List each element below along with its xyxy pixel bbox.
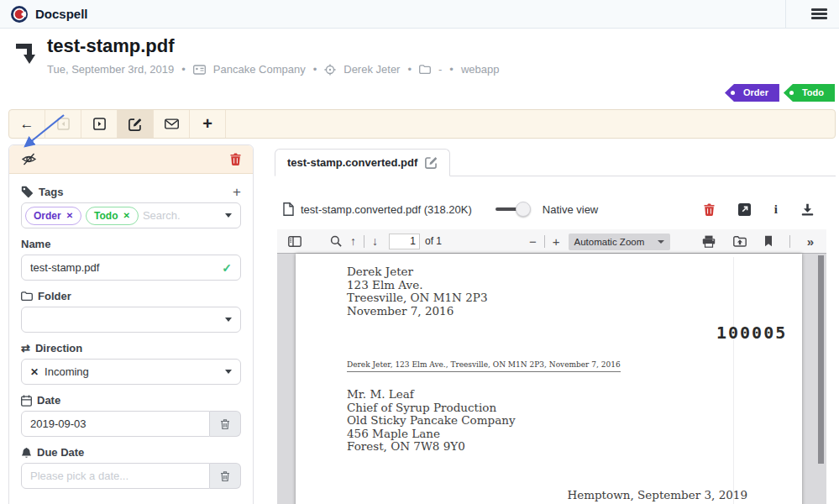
print-icon[interactable] <box>698 235 720 248</box>
info-icon[interactable]: i <box>774 202 778 217</box>
more-tools-icon[interactable]: » <box>803 234 818 249</box>
next-page-icon[interactable]: ↓ <box>368 234 382 248</box>
stamp-number: 100005 <box>716 323 787 343</box>
direction-select[interactable]: ✕ Incoming <box>21 359 241 385</box>
folder-icon <box>419 65 431 74</box>
folder-icon <box>21 291 33 301</box>
level-down-icon <box>13 39 37 76</box>
open-file-icon[interactable] <box>729 236 751 247</box>
edit-item-button[interactable] <box>118 110 154 138</box>
page-count-label: of 1 <box>425 235 442 247</box>
remove-tag-icon[interactable]: ✕ <box>123 211 130 220</box>
pdf-scrollbar-thumb[interactable] <box>818 255 824 464</box>
correspondent-person: Derek Jeter <box>343 63 400 76</box>
menu-icon[interactable] <box>811 6 827 21</box>
delete-item-icon[interactable] <box>230 153 241 165</box>
tags-multiselect[interactable]: Order ✕ Todo ✕ Search. <box>21 202 241 228</box>
zoom-out-icon[interactable]: − <box>525 234 541 249</box>
zoom-level-select[interactable]: Automatic Zoom <box>569 234 671 250</box>
x-mark-icon: ✕ <box>30 366 39 378</box>
date-input[interactable] <box>30 417 201 430</box>
edit-icon <box>128 118 142 131</box>
tab-label: test-stamp.converted.pdf <box>287 156 417 169</box>
tag-ribbon-order[interactable]: Order <box>725 84 779 102</box>
attachment-file: test-stamp.converted.pdf (318.20K) <box>283 202 472 216</box>
saved-check-icon: ✓ <box>222 261 232 275</box>
eye-slash-icon[interactable] <box>21 153 37 165</box>
add-files-button[interactable]: + <box>190 110 226 138</box>
clear-due-date-button[interactable] <box>210 463 241 489</box>
dot-separator: • <box>313 63 317 76</box>
scan-fold-line <box>733 257 734 504</box>
crosshair-icon <box>324 64 336 76</box>
chevron-down-icon <box>225 370 232 374</box>
tag-icon <box>21 186 34 198</box>
envelope-icon <box>165 118 179 129</box>
remove-tag-icon[interactable]: ✕ <box>66 211 73 220</box>
dot-separator: • <box>449 63 454 76</box>
date-input-group <box>21 411 241 437</box>
zoom-level-value: Automatic Zoom <box>574 237 645 247</box>
item-date: Tue, September 3rd, 2019 <box>47 63 174 76</box>
native-view-label[interactable]: Native view <box>543 203 598 216</box>
direction-field-label: ⇄ Direction <box>21 342 241 354</box>
tag-chip-todo[interactable]: Todo ✕ <box>86 207 139 225</box>
page-title: test-stamp.pdf <box>47 35 499 57</box>
edit-form-panel: Tags + Order ✕ Todo ✕ Search. Name ✓ <box>8 144 254 504</box>
brand-label: Docspell <box>35 7 88 21</box>
tag-chip-order[interactable]: Order ✕ <box>25 207 81 225</box>
item-folder-value: - <box>438 63 442 76</box>
tags-search-placeholder: Search. <box>143 209 181 222</box>
bookmark-icon[interactable] <box>760 235 777 247</box>
docspell-logo-icon <box>10 5 29 24</box>
tag-ribbon-todo[interactable]: Todo <box>784 84 835 102</box>
attachment-actions: i <box>704 202 836 217</box>
top-navbar: Docspell <box>0 0 839 29</box>
name-field-wrap: ✓ <box>21 255 241 281</box>
letter-recipient-block: Mr. M. Leaf Chief of Syrup Production Ol… <box>347 388 516 454</box>
search-icon[interactable] <box>326 235 346 247</box>
caret-square-right-icon <box>93 118 106 130</box>
date-field-wrap <box>21 411 210 437</box>
next-item-button[interactable] <box>81 110 118 138</box>
due-date-input[interactable] <box>30 470 201 482</box>
clear-date-button[interactable] <box>210 411 241 437</box>
item-toolbar: ← <box>8 109 836 139</box>
due-date-input-group <box>21 463 241 489</box>
back-button[interactable]: ← <box>9 110 45 138</box>
prev-item-button[interactable] <box>45 110 81 138</box>
attachment-header-row: test-stamp.converted.pdf (318.20K) Nativ… <box>283 197 836 221</box>
download-icon[interactable] <box>801 203 814 216</box>
exchange-icon: ⇄ <box>21 342 30 354</box>
brand[interactable]: Docspell <box>10 5 88 24</box>
attachment-tab-row: test-stamp.converted.pdf <box>275 150 836 176</box>
delete-attachment-icon[interactable] <box>704 203 715 216</box>
rename-attachment-icon[interactable] <box>425 156 438 169</box>
folder-field-label: Folder <box>21 290 241 302</box>
date-field-label: Date <box>21 394 241 407</box>
send-mail-button[interactable] <box>154 110 190 138</box>
chevron-down-icon <box>658 240 664 244</box>
zoom-in-icon[interactable]: + <box>548 234 564 249</box>
due-date-field-wrap <box>21 463 210 489</box>
trash-outline-icon <box>220 418 230 430</box>
attachment-tab[interactable]: test-stamp.converted.pdf <box>275 149 450 176</box>
direction-value: Incoming <box>45 365 89 378</box>
name-field-label: Name <box>21 238 241 250</box>
dot-separator: • <box>407 63 412 76</box>
letter-sender-block: Derek Jeter 123 Elm Ave. Treesville, ON … <box>347 265 487 318</box>
native-view-toggle[interactable] <box>496 202 531 217</box>
previous-page-icon[interactable]: ↑ <box>346 234 360 248</box>
letter-return-address: Derek Jeter, 123 Elm Ave., Treesville, O… <box>347 360 621 372</box>
add-tag-button[interactable]: + <box>233 186 241 198</box>
open-in-new-window-icon[interactable] <box>738 203 751 216</box>
chevron-down-icon <box>225 213 232 218</box>
pdf-viewer: ↑ ↓ of 1 − + Automatic Zoom <box>277 229 826 504</box>
name-input[interactable] <box>30 261 222 274</box>
page-number-input[interactable] <box>389 234 420 249</box>
pdf-page: Derek Jeter 123 Elm Ave. Treesville, ON … <box>296 254 802 504</box>
item-header: test-stamp.pdf Tue, September 3rd, 2019 … <box>13 35 499 76</box>
tag-ribbons: Order Todo <box>725 84 835 102</box>
sidebar-toggle-icon[interactable] <box>284 236 306 247</box>
folder-select[interactable] <box>21 307 241 333</box>
